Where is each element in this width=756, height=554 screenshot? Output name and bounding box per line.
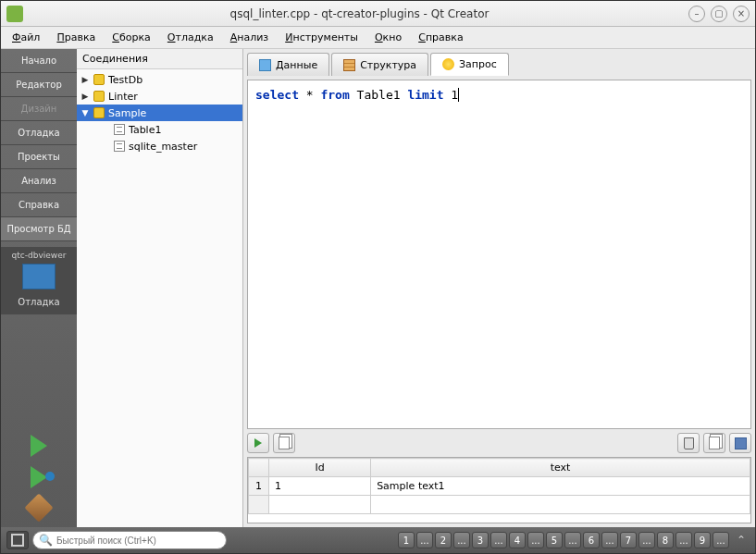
pane-btn-9[interactable]: 9: [694, 532, 711, 548]
tab-data[interactable]: Данные: [247, 53, 329, 76]
pane-btn-...[interactable]: ...: [564, 532, 581, 548]
tree-item-Sample[interactable]: ▼Sample: [77, 105, 242, 121]
col-Id[interactable]: Id: [269, 459, 371, 477]
mode-sidebar: НачалоРедакторДизайнОтладкаПроектыАнализ…: [1, 49, 77, 527]
sql-editor[interactable]: select * from Table1 limit 1: [247, 80, 751, 429]
result-table: Idtext11Sample text1: [248, 458, 750, 514]
database-icon: [93, 107, 105, 118]
database-icon: [93, 91, 105, 102]
table-row[interactable]: 11Sample text1: [249, 477, 750, 496]
tab-bar: ДанныеСтруктураЗапрос: [247, 53, 751, 76]
copy2-button[interactable]: [703, 433, 725, 453]
build-button[interactable]: [24, 493, 53, 522]
output-pane-buttons: 1...2...3...4...5...6...7...8...9...: [398, 532, 729, 548]
pane-btn-...[interactable]: ...: [601, 532, 618, 548]
tab-query[interactable]: Запрос: [430, 53, 509, 76]
query-icon: [442, 58, 454, 70]
tab-struct[interactable]: Структура: [331, 53, 428, 76]
search-icon: 🔍: [39, 534, 53, 547]
pane-btn-...[interactable]: ...: [713, 532, 729, 548]
pane-btn-8[interactable]: 8: [657, 532, 674, 548]
tree-item-Linter[interactable]: ▶Linter: [77, 88, 242, 105]
maximize-button[interactable]: ▢: [711, 6, 727, 22]
app-icon: [6, 6, 23, 22]
project-selector[interactable]: qtc-dbviewer Отладка: [1, 247, 77, 314]
pane-btn-6[interactable]: 6: [583, 532, 600, 548]
sidebar-toggle[interactable]: [6, 531, 29, 549]
app-window: qsql_linter.cpp - qt-creator-plugins - Q…: [0, 0, 756, 554]
database-icon: [93, 74, 105, 85]
menu-окно[interactable]: Окно: [367, 29, 409, 46]
titlebar: qsql_linter.cpp - qt-creator-plugins - Q…: [1, 1, 755, 27]
menu-справка[interactable]: Справка: [411, 29, 470, 46]
result-grid[interactable]: Idtext11Sample text1: [247, 457, 751, 523]
tree-item-Table1[interactable]: Table1: [77, 121, 242, 138]
window-title: qsql_linter.cpp - qt-creator-plugins - Q…: [31, 7, 688, 20]
pane-btn-3[interactable]: 3: [472, 532, 489, 548]
pane-btn-5[interactable]: 5: [546, 532, 563, 548]
pane-btn-4[interactable]: 4: [509, 532, 526, 548]
project-label: qtc-dbviewer: [5, 251, 73, 260]
monitor-icon: [22, 264, 56, 289]
menu-анализ[interactable]: Анализ: [223, 29, 277, 46]
query-toolbar: [247, 429, 751, 457]
menu-отладка[interactable]: Отладка: [160, 29, 221, 46]
mode-Просмотр БД[interactable]: Просмотр БД: [1, 217, 77, 241]
pane-btn-...[interactable]: ...: [638, 532, 655, 548]
col-text[interactable]: text: [371, 459, 750, 477]
main-area: ДанныеСтруктураЗапрос select * from Tabl…: [243, 49, 755, 527]
struct-icon: [343, 59, 355, 71]
pane-btn-7[interactable]: 7: [620, 532, 637, 548]
mode-Начало[interactable]: Начало: [1, 49, 77, 73]
pane-btn-...[interactable]: ...: [527, 532, 544, 548]
mode-Отладка[interactable]: Отладка: [1, 121, 77, 145]
mode-Дизайн: Дизайн: [1, 97, 77, 121]
close-button[interactable]: ×: [733, 6, 750, 22]
mode-Справка[interactable]: Справка: [1, 193, 77, 217]
mode-list: НачалоРедакторДизайнОтладкаПроектыАнализ…: [1, 49, 77, 241]
pane-btn-...[interactable]: ...: [416, 532, 433, 548]
quick-search[interactable]: 🔍: [32, 531, 227, 549]
pane-btn-1[interactable]: 1: [398, 532, 415, 548]
table-icon: [114, 124, 125, 135]
mode-Анализ[interactable]: Анализ: [1, 169, 77, 193]
task-label: Отладка: [5, 293, 73, 311]
menu-файл[interactable]: Файл: [5, 29, 47, 46]
run-button[interactable]: [31, 435, 47, 457]
mode-Проекты[interactable]: Проекты: [1, 145, 77, 169]
minimize-button[interactable]: –: [688, 6, 705, 22]
pane-btn-...[interactable]: ...: [453, 532, 470, 548]
table-icon: [114, 141, 125, 152]
menubar: ФайлПравкаСборкаОтладкаАнализИнструменты…: [1, 27, 755, 49]
pane-btn-...[interactable]: ...: [490, 532, 507, 548]
pane-btn-...[interactable]: ...: [675, 532, 692, 548]
debug-run-button[interactable]: [31, 466, 47, 488]
tree-item-sqlite_master[interactable]: sqlite_master: [77, 138, 242, 154]
row-header: [249, 459, 269, 477]
menu-инструменты[interactable]: Инструменты: [278, 29, 366, 46]
execute-button[interactable]: [247, 433, 269, 453]
statusbar: 🔍 1...2...3...4...5...6...7...8...9... ⌃: [1, 527, 755, 553]
connections-tree: ▶TestDb▶Linter▼SampleTable1sqlite_master: [77, 69, 242, 156]
connections-header: Соединения: [77, 49, 242, 69]
mode-Редактор[interactable]: Редактор: [1, 73, 77, 97]
search-input[interactable]: [56, 536, 220, 546]
menu-правка[interactable]: Правка: [49, 29, 103, 46]
copy-button[interactable]: [273, 433, 295, 453]
menu-сборка[interactable]: Сборка: [105, 29, 158, 46]
delete-button[interactable]: [677, 433, 700, 453]
connections-panel: Соединения ▶TestDb▶Linter▼SampleTable1sq…: [77, 49, 243, 527]
save-button[interactable]: [729, 433, 751, 453]
pane-btn-2[interactable]: 2: [435, 532, 452, 548]
data-icon: [259, 59, 271, 71]
collapse-button[interactable]: ⌃: [733, 534, 750, 547]
tree-item-TestDb[interactable]: ▶TestDb: [77, 71, 242, 88]
